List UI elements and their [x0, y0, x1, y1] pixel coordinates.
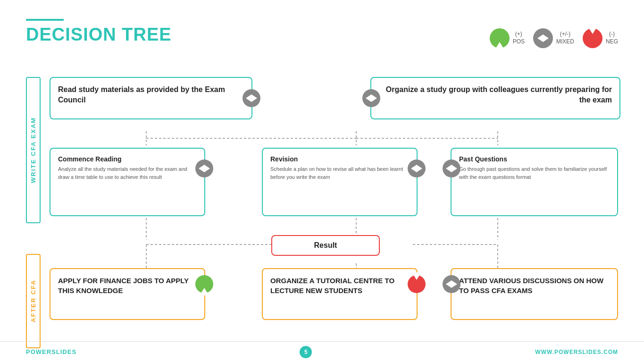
row3-box1-title: APPLY FOR FINANCE JOBS TO APPLY THIS KNO…: [58, 276, 197, 295]
lr-arrow: [537, 34, 549, 42]
result-label: Result: [314, 241, 337, 250]
row3-box1-icon: [195, 275, 213, 293]
page-title: DECISION TREE: [26, 25, 172, 45]
row2-box2: Revision Schedule a plan on how to revis…: [262, 148, 418, 216]
brand-black: POWER: [26, 348, 51, 355]
footer: POWERSLIDES 5 WWW.POWERSLIDES.COM: [0, 341, 644, 362]
legend-mixed: (+/-)MIXED: [533, 28, 574, 48]
row1-right-mixed-icon: [362, 89, 380, 107]
down-icon: [412, 280, 421, 288]
footer-url: WWW.POWERSLIDES.COM: [535, 349, 618, 355]
down-arrow: [588, 34, 597, 42]
title-black: DECISION: [26, 25, 122, 44]
row1-left-title: Read study materials as provided by the …: [58, 84, 244, 106]
row1-left-mixed-icon: [243, 89, 260, 107]
legend-neg: (-)NEG: [583, 28, 618, 48]
lr-icon: [246, 94, 257, 102]
row2-box3-title: Past Questions: [459, 155, 610, 163]
row2-box1-icon: [195, 160, 213, 177]
footer-brand: POWERSLIDES: [26, 348, 76, 355]
up-icon: [200, 280, 209, 288]
row3-box3: ATTEND VARIOUS DISCUSSIONS ON HOW TO PAS…: [451, 268, 618, 320]
header-accent-line: [26, 19, 64, 21]
page-number: 5: [300, 346, 312, 358]
row2-box2-text: Schedule a plan on how to revise all wha…: [270, 165, 409, 181]
legend: (+)POS (+/-)MIXED (-)NEG: [490, 28, 618, 48]
lr-icon2: [366, 94, 377, 102]
row2-box3: Past Questions Go through past questions…: [451, 148, 618, 216]
row1-right-box: Organize a study group with colleagues c…: [370, 77, 620, 119]
result-box: Result: [271, 235, 380, 256]
row3-box3-icon: [443, 275, 460, 293]
neg-arrow-icon: [583, 28, 602, 48]
row2-box2-icon: [408, 160, 426, 177]
lr-icon6: [446, 280, 457, 288]
brand-teal: SLIDES: [51, 348, 76, 355]
row1-right-title: Organize a study group with colleagues c…: [379, 84, 612, 106]
mixed-arrow-icon: [533, 28, 553, 48]
row3-box2-title: ORGANIZE A TUTORIAL CENTRE TO LECTURE NE…: [270, 276, 409, 295]
lr-icon5: [446, 165, 457, 172]
row3-box3-title: ATTEND VARIOUS DISCUSSIONS ON HOW TO PAS…: [459, 276, 610, 295]
row3-box2: ORGANIZE A TUTORIAL CENTRE TO LECTURE NE…: [262, 268, 418, 320]
lr-icon3: [199, 165, 210, 172]
title-teal: TREE: [122, 25, 171, 44]
legend-pos: (+)POS: [490, 28, 525, 48]
up-arrow: [495, 34, 504, 42]
row3-box1: APPLY FOR FINANCE JOBS TO APPLY THIS KNO…: [50, 268, 205, 320]
row3-box2-icon: [408, 275, 426, 293]
after-cfa-label: AFTER CFA: [26, 254, 41, 348]
row2-box3-text: Go through past questions and solve them…: [459, 165, 610, 181]
row1-left-box: Read study materials as provided by the …: [50, 77, 252, 119]
pos-label: (+)POS: [513, 31, 525, 45]
row2-box1: Commence Reading Analyze all the study m…: [50, 148, 205, 216]
mixed-label: (+/-)MIXED: [556, 31, 574, 45]
header: DECISION TREE: [26, 19, 172, 45]
write-cfa-label: WRITE CFA EXAM: [26, 77, 41, 223]
neg-label: (-)NEG: [606, 31, 618, 45]
row2-box2-title: Revision: [270, 155, 409, 163]
row2-box3-icon: [443, 160, 460, 177]
lr-icon4: [411, 165, 422, 172]
pos-arrow-icon: [490, 28, 510, 48]
row2-box1-title: Commence Reading: [58, 155, 197, 163]
diagram: WRITE CFA EXAM AFTER CFA Read study mate…: [26, 70, 618, 338]
row2-box1-text: Analyze all the study materials needed f…: [58, 165, 197, 181]
